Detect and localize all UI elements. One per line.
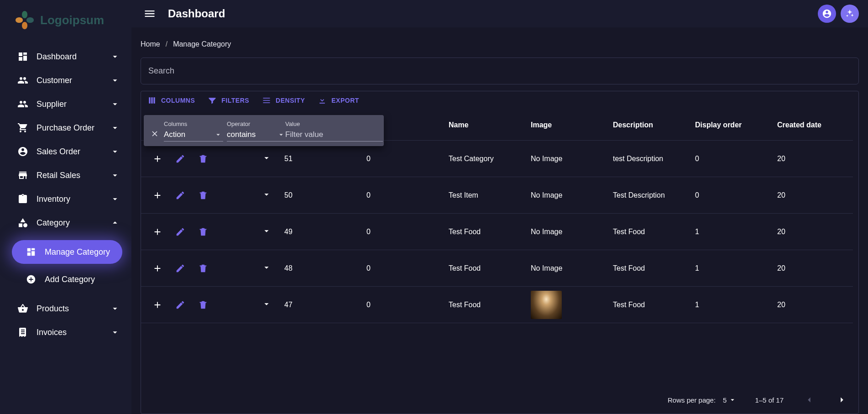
export-button[interactable]: EXPORT [318, 96, 359, 105]
filter-column-field: Columns Action [164, 121, 223, 141]
cell-order: 1 [689, 250, 771, 287]
ai-sparkle-button[interactable] [841, 5, 859, 23]
row-expand-button[interactable] [261, 226, 272, 238]
cell-image: No Image [524, 214, 607, 250]
sidebar-item-customer[interactable]: Customer [0, 68, 131, 92]
rows-per-page-select[interactable]: 5 [723, 396, 737, 404]
row-add-button[interactable] [152, 190, 163, 201]
sidebar-label: Customer [37, 76, 101, 85]
col-header-description[interactable]: Description [607, 110, 689, 141]
menu-toggle-button[interactable] [141, 5, 159, 23]
row-edit-button[interactable] [175, 263, 186, 274]
cell-image: No Image [524, 177, 607, 214]
receipt-icon [17, 327, 28, 338]
filter-column-label: Columns [164, 121, 223, 127]
table-row-actions [141, 177, 278, 214]
cell-parent: 0 [360, 250, 442, 287]
row-delete-button[interactable] [198, 153, 209, 164]
sidebar-label: Category [37, 218, 101, 228]
cell-description: Test Food [607, 214, 689, 250]
row-edit-button[interactable] [175, 190, 186, 201]
filters-button[interactable]: FILTERS [208, 96, 249, 105]
col-header-image[interactable]: Image [524, 110, 607, 141]
dropdown-icon [728, 396, 737, 404]
cell-parent: 0 [360, 287, 442, 323]
cell-description: test Description [607, 141, 689, 177]
next-page-button[interactable] [835, 393, 849, 407]
row-delete-button[interactable] [198, 226, 209, 237]
table-row-actions [141, 141, 278, 177]
search-input[interactable] [141, 58, 858, 84]
row-add-button[interactable] [152, 153, 163, 164]
chevron-down-icon [110, 146, 120, 157]
search-container [141, 58, 859, 84]
sidebar-label: Invoices [37, 328, 101, 337]
cell-created: 20 [771, 250, 853, 287]
sidebar-item-add-category[interactable]: Add Category [12, 267, 122, 291]
page-title: Dashboard [168, 7, 225, 20]
sidebar-item-sales-order[interactable]: Sales Order [0, 140, 131, 163]
cell-id: 50 [278, 177, 360, 214]
prev-page-button[interactable] [802, 393, 816, 407]
filter-close-button[interactable] [150, 128, 159, 140]
sidebar-sublabel: Add Category [45, 275, 95, 284]
row-add-button[interactable] [152, 263, 163, 274]
chevron-right-icon [837, 395, 847, 405]
filter-value-label: Value [285, 121, 383, 127]
sidebar-label: Sales Order [37, 147, 101, 157]
row-delete-button[interactable] [198, 263, 209, 274]
row-expand-button[interactable] [261, 299, 272, 311]
sidebar-item-dashboard[interactable]: Dashboard [0, 45, 131, 68]
cell-parent: 0 [360, 214, 442, 250]
sidebar-item-purchase-order[interactable]: Purchase Order [0, 116, 131, 140]
col-header-display-order[interactable]: Display order [689, 110, 771, 141]
row-add-button[interactable] [152, 226, 163, 237]
row-expand-button[interactable] [261, 262, 272, 274]
breadcrumb-home[interactable]: Home [141, 40, 160, 48]
cell-id: 51 [278, 141, 360, 177]
filters-label: FILTERS [221, 97, 249, 104]
density-button[interactable]: DENSITY [262, 96, 305, 105]
density-label: DENSITY [276, 97, 305, 104]
cell-parent: 0 [360, 177, 442, 214]
rows-per-page-label: Rows per page: [668, 396, 716, 404]
row-edit-button[interactable] [175, 226, 186, 237]
col-header-created[interactable]: Created date [771, 110, 853, 141]
row-add-button[interactable] [152, 299, 163, 310]
filter-value-input[interactable] [285, 129, 383, 141]
chevron-down-icon [110, 170, 120, 181]
account-icon [17, 146, 28, 157]
sidebar-item-supplier[interactable]: Supplier [0, 92, 131, 116]
cell-description: Test Food [607, 250, 689, 287]
filter-column-value: Action [164, 130, 185, 139]
user-icon [822, 9, 832, 19]
sidebar-item-manage-category[interactable]: Manage Category [12, 240, 122, 264]
row-delete-button[interactable] [198, 190, 209, 201]
sidebar-item-invoices[interactable]: Invoices [0, 320, 131, 344]
sidebar-item-inventory[interactable]: Inventory [0, 187, 131, 211]
col-header-name[interactable]: Name [442, 110, 524, 141]
cell-order: 1 [689, 214, 771, 250]
brand-logo: Logoipsum [0, 5, 131, 40]
filter-column-select[interactable]: Action [164, 129, 223, 141]
add-circle-icon [26, 274, 37, 285]
row-edit-button[interactable] [175, 153, 186, 164]
row-expand-button[interactable] [261, 153, 272, 165]
row-delete-button[interactable] [198, 299, 209, 310]
row-edit-button[interactable] [175, 299, 186, 310]
filter-operator-select[interactable]: contains [227, 129, 286, 141]
sidebar-item-products[interactable]: Products [0, 297, 131, 320]
content: Home / Manage Category COLUMNS FILTERS D… [131, 27, 868, 414]
chevron-down-icon [110, 122, 120, 133]
sidebar-item-category[interactable]: Category [0, 211, 131, 235]
table-row-actions [141, 250, 278, 287]
density-icon [262, 96, 271, 105]
sidebar-item-retail-sales[interactable]: Retail Sales [0, 163, 131, 187]
filter-operator-label: Operator [227, 121, 282, 127]
columns-button[interactable]: COLUMNS [147, 96, 195, 105]
thumbnail-image [531, 291, 562, 319]
profile-button[interactable] [818, 5, 836, 23]
grid-body[interactable]: Columns Action Operator contains [141, 110, 858, 386]
row-expand-button[interactable] [261, 189, 272, 201]
sidebar-label: Supplier [37, 100, 101, 109]
